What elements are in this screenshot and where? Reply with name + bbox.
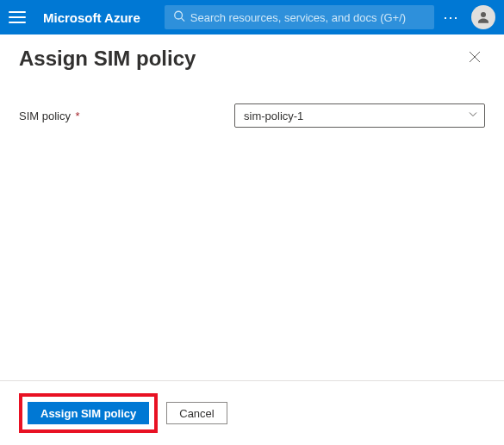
more-icon[interactable]: ⋯	[443, 8, 459, 27]
panel-footer: Assign SIM policy Cancel	[0, 380, 504, 445]
search-input[interactable]	[165, 5, 434, 29]
brand-label: Microsoft Azure	[43, 10, 140, 25]
avatar[interactable]	[471, 5, 495, 29]
close-icon[interactable]	[468, 50, 485, 67]
top-navigation-bar: Microsoft Azure ⋯	[0, 0, 504, 34]
svg-point-0	[175, 11, 183, 19]
assign-sim-policy-button[interactable]: Assign SIM policy	[28, 402, 149, 424]
search-box	[165, 5, 434, 29]
page-title: Assign SIM policy	[19, 47, 196, 71]
sim-policy-label: SIM policy *	[19, 110, 234, 122]
svg-line-1	[181, 18, 184, 22]
form-area: SIM policy * sim-policy-1	[0, 78, 504, 380]
assign-button-highlight: Assign SIM policy	[19, 393, 158, 433]
required-marker: *	[76, 110, 80, 122]
cancel-button[interactable]: Cancel	[166, 402, 227, 424]
svg-point-2	[481, 12, 486, 17]
sim-policy-label-text: SIM policy	[19, 110, 71, 122]
sim-policy-row: SIM policy * sim-policy-1	[19, 103, 485, 128]
top-right-actions: ⋯	[443, 5, 495, 29]
sim-policy-select[interactable]: sim-policy-1	[234, 103, 485, 128]
menu-icon[interactable]	[9, 9, 26, 26]
search-icon	[173, 10, 185, 25]
sim-policy-selected-value: sim-policy-1	[244, 110, 303, 122]
sim-policy-select-wrap: sim-policy-1	[234, 103, 485, 128]
panel-header: Assign SIM policy	[0, 34, 504, 78]
